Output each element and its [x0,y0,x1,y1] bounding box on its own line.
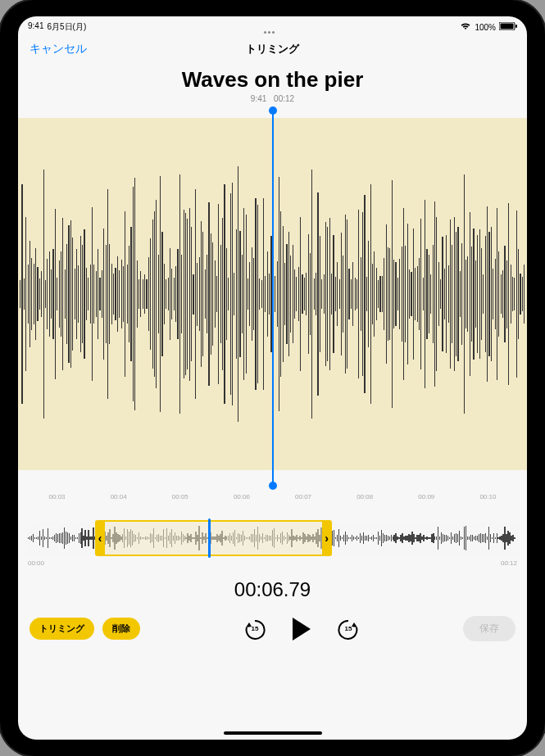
ruler-tick: 00:03 [26,493,88,500]
home-indicator[interactable] [224,731,322,735]
nav-title: トリミング [246,42,299,57]
overview-end: 00:12 [501,559,517,567]
ipad-frame: 9:41 6月5日(月) 100% キャンセル トリミング Waves on t… [0,0,545,756]
status-date: 6月5日(月) [47,21,86,33]
recording-meta-duration: 00:12 [274,94,294,103]
svg-rect-1 [501,24,514,29]
trim-button[interactable]: トリミング [30,618,94,640]
overview-time-labels: 00:00 00:12 [28,559,517,567]
ruler-tick: 00:05 [149,493,211,500]
ruler-tick: 00:09 [396,493,457,500]
ruler-tick: 00:10 [457,493,519,500]
ruler-tick: 00:07 [273,493,334,500]
status-bar: 9:41 6月5日(月) 100% [18,16,527,34]
ruler-tick: 00:06 [211,493,272,500]
nav-bar: キャンセル トリミング [18,34,527,64]
large-waveform[interactable] [18,118,527,470]
skip-back-amount: 15 [243,618,266,641]
overview-playhead[interactable] [208,518,211,558]
overview-start: 00:00 [28,559,44,567]
current-time: 00:06.79 [18,578,527,601]
delete-button[interactable]: 削除 [102,618,140,640]
recording-title: Waves on the pier [18,67,527,93]
screen: 9:41 6月5日(月) 100% キャンセル トリミング Waves on t… [18,16,527,740]
recording-meta: 9:41 00:12 [18,94,527,103]
trim-region[interactable]: ‹ › [105,520,321,556]
trim-handle-left[interactable]: ‹ [95,520,105,556]
ruler-tick: 00:04 [88,493,149,500]
battery-percent: 100% [475,23,496,32]
play-button[interactable] [293,618,311,641]
save-button[interactable]: 保存 [463,616,515,641]
ruler-tick: 00:08 [334,493,396,500]
playhead[interactable] [272,110,274,487]
controls-row: トリミング 削除 15 15 保存 [18,601,527,641]
battery-icon [499,22,517,32]
svg-rect-2 [515,25,517,28]
skip-back-15-button[interactable]: 15 [243,618,266,641]
skip-forward-amount: 15 [337,618,360,641]
wifi-icon [460,22,471,32]
overview-waveform[interactable]: ‹ › [26,522,519,555]
status-time: 9:41 [28,21,43,33]
recording-meta-time: 9:41 [251,94,266,103]
skip-forward-15-button[interactable]: 15 [337,618,360,641]
trim-handle-right[interactable]: › [322,520,332,556]
cancel-button[interactable]: キャンセル [30,42,87,57]
